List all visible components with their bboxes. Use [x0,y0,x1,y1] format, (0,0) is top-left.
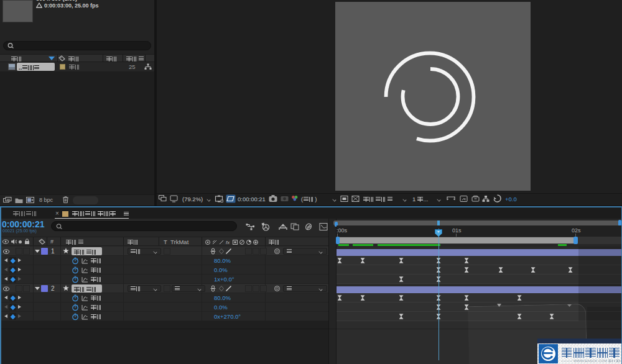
svg-text:fx: fx [226,240,230,245]
